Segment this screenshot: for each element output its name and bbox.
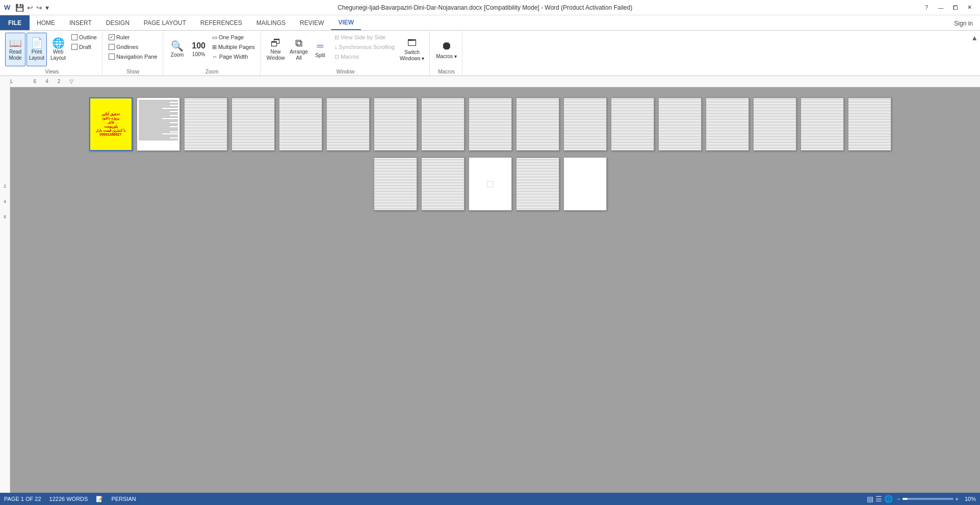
close-button[interactable]: ✕: [963, 3, 976, 13]
web-view-icon[interactable]: 🌐: [884, 495, 893, 503]
left-ruler: 2 4 8: [0, 87, 10, 493]
pages-row-1: تحقیق آنلاینپروژه دانلودفابلپاورپوینتبا …: [89, 97, 891, 151]
page-5-thumb[interactable]: [279, 97, 322, 151]
zoom-100-button[interactable]: 100 100%: [189, 33, 209, 66]
draft-checkbox[interactable]: [71, 44, 78, 50]
page-21-thumb[interactable]: [516, 157, 559, 211]
page-16-thumb[interactable]: [801, 97, 844, 151]
page-2-thumb[interactable]: [137, 97, 180, 151]
macros-group-label: Macros: [434, 69, 459, 75]
page-11-lines: [564, 98, 606, 150]
page-9-lines: [469, 98, 511, 150]
tab-home[interactable]: HOME: [30, 15, 62, 30]
tab-design[interactable]: DESIGN: [99, 15, 137, 30]
read-mode-label: ReadMode: [9, 49, 21, 61]
page-4-thumb[interactable]: [231, 97, 275, 151]
page-21-lines: [517, 158, 559, 210]
undo-qa-button[interactable]: ↩: [26, 4, 34, 12]
restore-button[interactable]: ⧠: [948, 3, 962, 13]
tab-references[interactable]: REFERENCES: [193, 15, 249, 30]
page-width-icon: ↔: [212, 54, 218, 60]
ruler-checkbox[interactable]: ✓: [109, 34, 115, 40]
split-button[interactable]: ═ Split: [311, 33, 329, 66]
page-22-thumb[interactable]: [563, 157, 607, 211]
zoom-slider[interactable]: [902, 498, 953, 500]
ruler-button[interactable]: ✓ Ruler: [107, 33, 160, 42]
navigation-pane-checkbox[interactable]: [109, 54, 115, 60]
reset-window-position-button[interactable]: ⊡ Macros: [332, 52, 397, 61]
new-window-button[interactable]: 🗗 NewWindow: [265, 33, 287, 66]
ruler-marker: L: [10, 79, 13, 84]
ruler-label: Ruler: [116, 34, 130, 40]
zoom-label: Zoom: [171, 52, 184, 58]
split-label: Split: [315, 53, 325, 59]
page-4-lines: [232, 98, 274, 150]
read-mode-icon: 📖: [9, 38, 22, 48]
outline-checkbox[interactable]: [71, 34, 78, 40]
page-width-button[interactable]: ↔ Page Width: [210, 52, 257, 61]
zoom-minus[interactable]: −: [897, 496, 900, 502]
save-qa-button[interactable]: 💾: [14, 4, 25, 12]
gridlines-checkbox[interactable]: [109, 44, 115, 50]
zoom-button[interactable]: 🔍 Zoom: [167, 33, 188, 66]
zoom-group-label: Zoom: [167, 69, 257, 75]
page-3-thumb[interactable]: [184, 97, 227, 151]
ribbon-collapse-button[interactable]: ▲: [971, 32, 978, 75]
help-button[interactable]: ?: [920, 3, 933, 13]
page-18-lines: [374, 158, 417, 210]
redo-qa-button[interactable]: ↪: [35, 4, 43, 12]
page-17-thumb[interactable]: [848, 97, 891, 151]
page-8-lines: [422, 98, 464, 150]
page-19-thumb[interactable]: [421, 157, 465, 211]
macros-button[interactable]: ⏺ Macros ▾: [434, 33, 459, 66]
sign-in-button[interactable]: Sign in: [947, 17, 980, 30]
page-12-thumb[interactable]: [611, 97, 654, 151]
synchronous-scrolling-button[interactable]: ↕ Synchronous Scrolling: [332, 42, 397, 52]
page-1-thumb[interactable]: تحقیق آنلاینپروژه دانلودفابلپاورپوینتبا …: [89, 97, 133, 151]
customize-qa-button[interactable]: ▾: [44, 4, 50, 12]
tab-page-layout[interactable]: PAGE LAYOUT: [137, 15, 193, 30]
page-8-thumb[interactable]: [421, 97, 465, 151]
page-9-thumb[interactable]: [469, 97, 512, 151]
minimize-button[interactable]: —: [934, 3, 947, 13]
switch-windows-icon: 🗔: [407, 38, 417, 48]
page-18-thumb[interactable]: [374, 157, 417, 211]
page-14-thumb[interactable]: [706, 97, 749, 151]
page-6-lines: [327, 98, 369, 150]
status-left: PAGE 1 OF 22 12226 WORDS 📝 PERSIAN: [4, 496, 136, 502]
multiple-pages-button[interactable]: ⊞ Multiple Pages: [210, 42, 257, 52]
print-layout-button[interactable]: 📄 PrintLayout: [27, 33, 47, 66]
macros-icon: ⏺: [441, 39, 452, 53]
arrange-all-button[interactable]: ⧉ ArrangeAll: [288, 33, 310, 66]
one-page-label: One Page: [219, 34, 244, 40]
outline-button[interactable]: Outline: [69, 33, 99, 42]
ribbon-content: 📖 ReadMode 📄 PrintLayout 🌐 WebLayout Out…: [0, 31, 980, 75]
tab-review[interactable]: REVIEW: [293, 15, 331, 30]
tab-insert[interactable]: INSERT: [62, 15, 99, 30]
read-view-icon[interactable]: ☰: [875, 495, 882, 503]
page-15-thumb[interactable]: [753, 97, 796, 151]
page-6-thumb[interactable]: [326, 97, 370, 151]
tab-file[interactable]: FILE: [0, 15, 30, 30]
print-view-icon[interactable]: ▤: [867, 495, 873, 503]
tab-view[interactable]: VIEW: [331, 15, 361, 30]
draft-label: Draft: [79, 44, 91, 50]
page-7-thumb[interactable]: [374, 97, 417, 151]
web-layout-button[interactable]: 🌐 WebLayout: [48, 33, 68, 66]
page-11-thumb[interactable]: [563, 97, 607, 151]
page-13-thumb[interactable]: [658, 97, 702, 151]
page-14-lines: [706, 98, 749, 150]
zoom-plus[interactable]: +: [956, 496, 959, 502]
switch-windows-button[interactable]: 🗔 SwitchWindows ▾: [398, 33, 426, 66]
gridlines-button[interactable]: Gridlines: [107, 42, 160, 52]
view-side-by-side-button[interactable]: ⊟ View Side by Side: [332, 33, 397, 42]
page-10-thumb[interactable]: [516, 97, 559, 151]
draft-button[interactable]: Draft: [69, 42, 99, 52]
page-20-thumb[interactable]: □: [469, 157, 512, 211]
navigation-pane-button[interactable]: Navigation Pane: [107, 52, 160, 61]
tab-mailings[interactable]: MAILINGS: [249, 15, 293, 30]
read-mode-button[interactable]: 📖 ReadMode: [5, 33, 25, 66]
one-page-button[interactable]: ▭ One Page: [210, 33, 257, 42]
page-5-lines: [279, 98, 322, 150]
cover-text: تحقیق آنلاینپروژه دانلودفابلپاورپوینتبا …: [95, 111, 126, 137]
